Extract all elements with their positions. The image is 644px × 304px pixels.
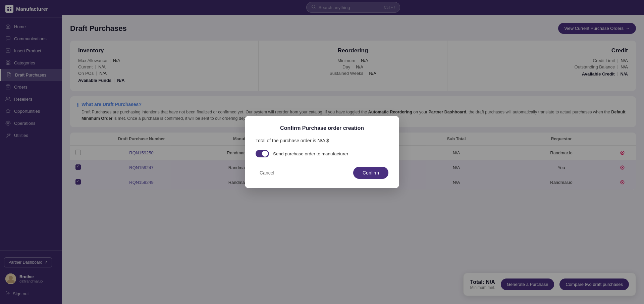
toggle-label: Send purchase order to manufacturer	[273, 151, 348, 156]
modal-total: Total of the purchase order is N/A $	[256, 138, 388, 143]
cancel-button[interactable]: Cancel	[256, 167, 278, 178]
modal-actions: Cancel Confirm	[256, 167, 388, 179]
modal-toggle-row: Send purchase order to manufacturer	[256, 150, 388, 157]
modal-title: Confirm Purchase order creation	[256, 125, 388, 131]
modal-overlay[interactable]: Confirm Purchase order creation Total of…	[0, 0, 644, 304]
send-to-manufacturer-toggle[interactable]	[256, 150, 269, 157]
toggle-thumb	[262, 151, 268, 157]
confirm-button[interactable]: Confirm	[353, 167, 388, 179]
confirm-modal: Confirm Purchase order creation Total of…	[245, 116, 399, 188]
